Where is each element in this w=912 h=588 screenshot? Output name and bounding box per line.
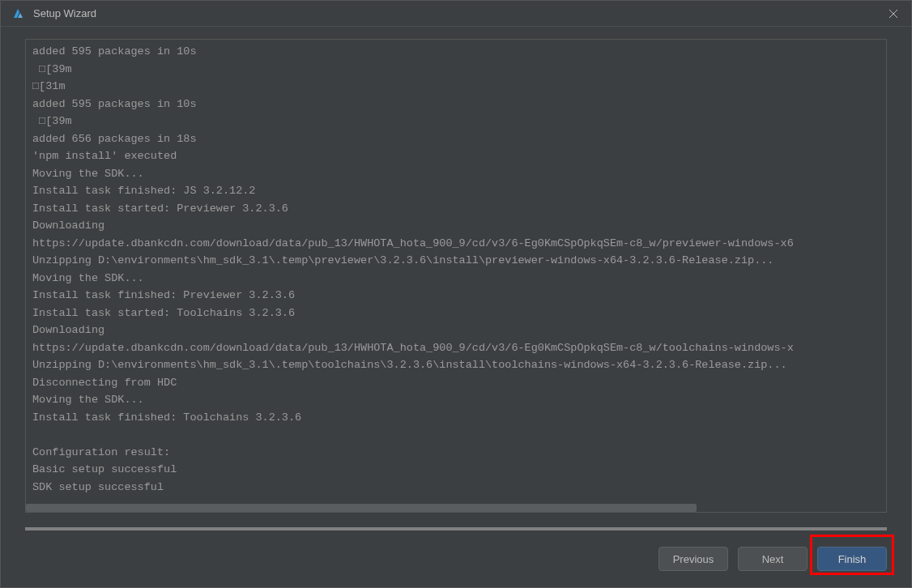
next-button[interactable]: Next — [738, 547, 808, 571]
log-text: added 595 packages in 10s □[39m □[31m ad… — [26, 40, 886, 499]
finish-button[interactable]: Finish — [817, 547, 887, 571]
horizontal-scrollbar-thumb[interactable] — [26, 504, 697, 512]
close-icon[interactable] — [885, 6, 901, 22]
app-logo-icon — [11, 6, 25, 21]
window-title: Setup Wizard — [33, 7, 885, 19]
horizontal-scrollbar[interactable] — [26, 504, 886, 512]
title-bar: Setup Wizard — [1, 1, 911, 27]
log-output[interactable]: added 595 packages in 10s □[39m □[31m ad… — [25, 39, 887, 513]
setup-wizard-window: Setup Wizard added 595 packages in 10s □… — [0, 0, 912, 588]
content-area: added 595 packages in 10s □[39m □[31m ad… — [1, 27, 911, 530]
button-bar: Previous Next Finish — [1, 530, 911, 587]
previous-button[interactable]: Previous — [658, 547, 728, 571]
